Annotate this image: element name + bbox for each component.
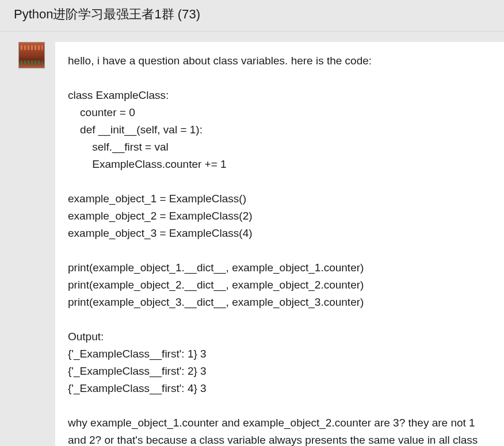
blank-line <box>68 397 491 414</box>
code-line: example_object_1 = ExampleClass() <box>68 190 491 207</box>
group-name: Python进阶学习最强王者1群 <box>14 7 174 21</box>
code-line: print(example_object_1.__dict__, example… <box>68 259 491 276</box>
output-line: {'_ExampleClass__first': 2} 3 <box>68 363 491 380</box>
code-line: print(example_object_3.__dict__, example… <box>68 294 491 311</box>
blank-line <box>68 173 491 190</box>
message-bubble: hello, i have a question about class var… <box>55 42 504 446</box>
message-question: why example_object_1.counter and example… <box>68 414 491 446</box>
avatar[interactable] <box>18 42 45 68</box>
chat-header: Python进阶学习最强王者1群 (73) <box>0 0 504 32</box>
code-line: example_object_2 = ExampleClass(2) <box>68 207 491 225</box>
output-line: {'_ExampleClass__first': 4} 3 <box>68 380 491 397</box>
code-line: print(example_object_2.__dict__, example… <box>68 276 491 294</box>
code-line: class ExampleClass: <box>68 87 491 104</box>
code-line: example_object_3 = ExampleClass(4) <box>68 225 491 242</box>
message-intro: hello, i have a question about class var… <box>68 52 491 70</box>
group-title: Python进阶学习最强王者1群 (73) <box>14 7 200 21</box>
code-line: counter = 0 <box>68 104 491 121</box>
blank-line <box>68 311 491 328</box>
chat-area: hello, i have a question about class var… <box>0 32 504 446</box>
output-line: {'_ExampleClass__first': 1} 3 <box>68 345 491 363</box>
code-line: self.__first = val <box>68 139 491 156</box>
blank-line <box>68 242 491 259</box>
code-line: ExampleClass.counter += 1 <box>68 156 491 173</box>
output-label: Output: <box>68 328 491 345</box>
blank-line <box>68 70 491 87</box>
member-count: (73) <box>178 7 200 21</box>
code-line: def __init__(self, val = 1): <box>68 121 491 139</box>
